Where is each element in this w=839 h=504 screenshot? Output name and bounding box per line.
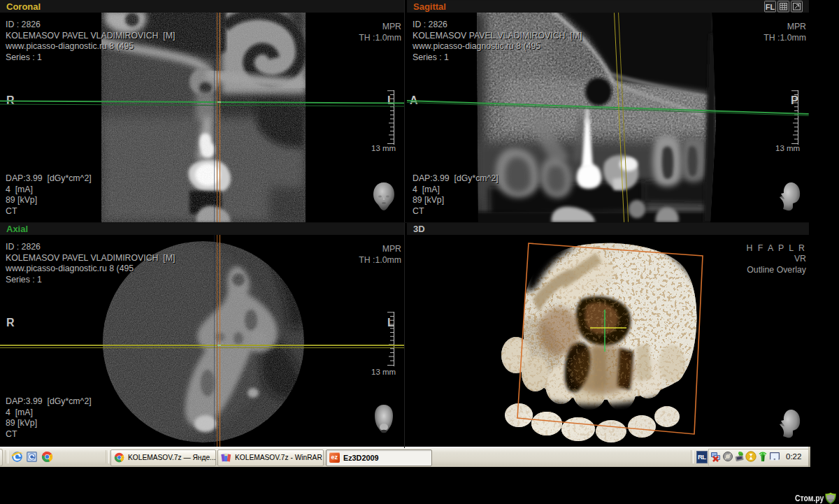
svg-text:FL: FL <box>766 3 775 11</box>
